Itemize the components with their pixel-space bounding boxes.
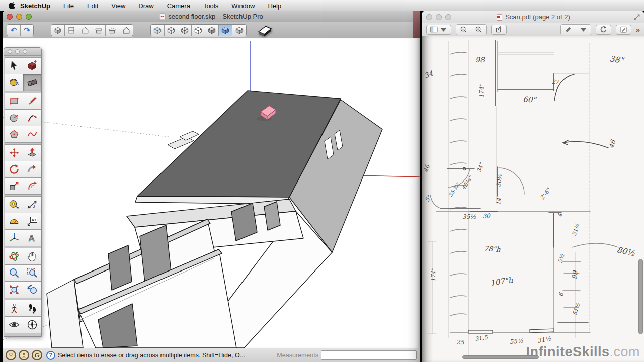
menu-item-view[interactable]: View — [111, 2, 125, 10]
zoom-out-button[interactable] — [456, 25, 471, 35]
face-style-shaded-button[interactable] — [205, 25, 219, 36]
tool-3d-text[interactable] — [23, 230, 41, 246]
menu-item-draw[interactable]: Draw — [138, 2, 153, 10]
help-icon[interactable]: ? — [46, 351, 55, 360]
tool-position-camera[interactable] — [5, 300, 23, 316]
tool-compass[interactable] — [23, 317, 41, 333]
menu-item-camera[interactable]: Camera — [167, 2, 190, 10]
sketch-annotation: 78"h — [484, 244, 501, 253]
menu-item-help[interactable]: Help — [268, 2, 281, 10]
pdf-page-view[interactable]: 349838"2760"174"465"35-¾"45¼"34"30¼1435½… — [422, 36, 644, 362]
google-icon[interactable]: G — [32, 350, 42, 360]
zoom-button[interactable] — [26, 14, 32, 20]
geolocation-icon[interactable] — [6, 350, 16, 360]
model-canvas[interactable] — [3, 38, 420, 348]
active-eraser-icon[interactable] — [255, 23, 274, 37]
close-button[interactable] — [7, 14, 13, 20]
tool-make-component[interactable] — [23, 58, 41, 74]
measurements-input[interactable] — [321, 350, 417, 360]
sketch-annotation: 46 — [607, 138, 617, 149]
menu-item-edit[interactable]: Edit — [87, 2, 98, 10]
redo-button[interactable]: ↷ — [20, 25, 33, 36]
view-back-button[interactable] — [106, 25, 119, 36]
highlighter-button[interactable] — [561, 25, 576, 35]
fullscreen-icon[interactable] — [633, 14, 640, 21]
tool-axes[interactable] — [5, 230, 23, 246]
preview-titlebar[interactable]: Scan.pdf (page 2 of 2) — [422, 11, 644, 23]
sketch-annotation: 80½ — [616, 245, 636, 258]
share-button[interactable] — [491, 25, 507, 35]
face-style-back-edges-button[interactable] — [165, 25, 178, 36]
toolbar-overflow-chevrons[interactable]: » — [636, 25, 640, 34]
tool-zoom[interactable] — [5, 265, 23, 281]
menu-item-tools[interactable]: Tools — [203, 2, 218, 10]
face-style-wireframe-button[interactable] — [178, 25, 192, 36]
view-front-button[interactable] — [78, 25, 92, 36]
tool-text[interactable] — [23, 213, 41, 229]
view-right-button[interactable] — [92, 25, 106, 36]
highlighter-dropdown[interactable] — [576, 25, 591, 35]
minimize-button[interactable] — [16, 14, 22, 20]
views-toolbar-group — [51, 24, 133, 36]
tool-follow-me[interactable] — [23, 161, 41, 177]
watermark: InfiniteSkills.com — [526, 344, 640, 360]
palette-dot-2 — [15, 49, 20, 54]
tool-select[interactable] — [5, 58, 23, 74]
tool-scale[interactable] — [5, 178, 23, 194]
tool-move[interactable] — [5, 145, 23, 161]
tool-arc[interactable] — [23, 110, 41, 126]
sketch-annotation: 55½ — [509, 337, 523, 345]
tool-previous[interactable] — [23, 282, 41, 298]
palette-titlebar[interactable] — [4, 48, 41, 56]
face-style-hidden-line-button[interactable] — [192, 25, 205, 36]
tool-line[interactable] — [23, 93, 41, 109]
preview-close-button[interactable] — [426, 14, 432, 20]
view-left-button[interactable] — [119, 25, 133, 36]
tool-look-around[interactable] — [5, 317, 23, 333]
sketch-annotation: 34" — [476, 162, 486, 173]
rotate-left-button[interactable] — [596, 25, 611, 35]
zoom-in-button[interactable] — [471, 25, 486, 35]
sketch-annotation: 25 — [456, 339, 465, 346]
apple-menu-icon[interactable] — [6, 2, 17, 9]
tool-offset[interactable] — [23, 178, 41, 194]
horizontal-scrollbar[interactable] — [462, 355, 539, 359]
preview-minimize-button[interactable] — [436, 14, 442, 20]
tool-paint-bucket[interactable] — [5, 74, 23, 90]
tool-dimension[interactable] — [23, 197, 41, 213]
view-top-button[interactable] — [65, 25, 78, 36]
tool-protractor[interactable] — [5, 213, 23, 229]
tool-eraser[interactable] — [23, 74, 41, 90]
view-iso-button[interactable] — [51, 25, 65, 36]
tool-polygon[interactable] — [5, 126, 23, 142]
tool-circle[interactable] — [5, 110, 23, 126]
menu-item-file[interactable]: File — [63, 2, 74, 10]
tool-pan[interactable] — [23, 248, 41, 264]
tool-palette[interactable] — [4, 47, 42, 337]
face-style-shaded-textures-button[interactable] — [219, 25, 232, 36]
tool-orbit[interactable] — [5, 248, 23, 264]
tool-push-pull[interactable] — [23, 145, 41, 161]
vertical-scrollbar[interactable] — [638, 259, 643, 334]
tool-freehand[interactable] — [23, 126, 41, 142]
face-style-monochrome-button[interactable] — [232, 25, 246, 36]
tool-zoom-extents[interactable] — [5, 282, 23, 298]
preview-zoom-button[interactable] — [445, 14, 451, 20]
menu-item-window[interactable]: Window — [231, 2, 255, 10]
palette-group — [5, 300, 41, 333]
menu-item-sketchup[interactable]: SketchUp — [20, 2, 50, 10]
markup-button[interactable] — [616, 25, 631, 35]
tool-zoom-window[interactable] — [23, 265, 41, 281]
face-style-xray-button[interactable] — [151, 25, 165, 36]
tool-rotate[interactable] — [5, 161, 23, 177]
credit-person-icon[interactable] — [19, 350, 29, 360]
zoom-group — [456, 24, 487, 35]
tool-rectangle[interactable] — [5, 93, 23, 109]
sketchup-titlebar[interactable]: second floor.skp – SketchUp Pro — [3, 11, 420, 22]
building-model[interactable] — [47, 90, 382, 348]
tool-walk[interactable] — [23, 300, 41, 316]
palette-close-button[interactable] — [8, 49, 12, 54]
sidebar-view-button[interactable] — [426, 25, 451, 35]
tool-tape-measure[interactable] — [5, 197, 23, 213]
undo-button[interactable]: ↶ — [7, 25, 20, 36]
